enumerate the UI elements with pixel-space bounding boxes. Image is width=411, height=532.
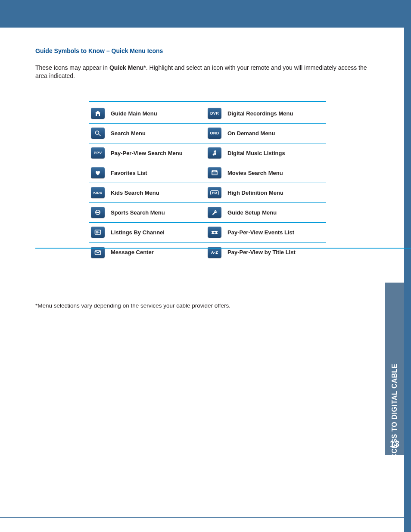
sports-icon	[91, 207, 105, 218]
icon-cell: Movies Search Menu	[208, 167, 324, 178]
icon-cell: KIDSKids Search Menu	[91, 187, 208, 198]
side-tab-text: YOUR ACCESS TO DIGITAL CABLE	[391, 364, 398, 487]
ticket-icon	[208, 227, 221, 238]
icon-label: Pay-Per-View by Title List	[227, 249, 296, 255]
icon-table: Guide Main MenuDVRDigital Recordings Men…	[89, 101, 326, 262]
side-tab-divider	[391, 489, 398, 490]
icon-label: High Definition Menu	[227, 190, 283, 196]
intro-text: These icons may appear in Quick Menu*. H…	[35, 64, 380, 81]
icon-label: Favorites List	[111, 170, 147, 176]
home-icon	[91, 108, 105, 119]
icon-cell: Digital Music Listings	[208, 147, 324, 159]
music-icon	[208, 147, 221, 159]
ond-icon: OND	[208, 128, 221, 139]
footnote: *Menu selections vary depending on the s…	[35, 302, 230, 309]
icon-cell: HDHigh Definition Menu	[208, 187, 324, 198]
icon-row: Guide Main MenuDVRDigital Recordings Men…	[89, 104, 326, 124]
search-icon	[91, 128, 105, 139]
icon-label: Pay-Per-View Search Menu	[111, 150, 183, 156]
icon-row: Message CenterA-ZPay-Per-View by Title L…	[89, 243, 326, 262]
icon-cell: Guide Main Menu	[91, 108, 208, 119]
table-top-rule	[89, 101, 326, 102]
icon-row: PPVPay-Per-View Search MenuDigital Music…	[89, 143, 326, 163]
icon-row: Search MenuONDOn Demand Menu	[89, 124, 326, 143]
svg-point-7	[215, 171, 216, 172]
icon-label: On Demand Menu	[227, 130, 275, 137]
svg-point-6	[214, 171, 215, 172]
icon-label: Listings By Channel	[111, 229, 165, 236]
svg-point-5	[213, 171, 214, 172]
icon-label: Guide Setup Menu	[227, 209, 277, 216]
top-band	[0, 0, 411, 28]
icon-cell: Favorites List	[91, 167, 208, 178]
page-number: 13	[385, 439, 404, 449]
icon-row: KIDSKids Search MenuHDHigh Definition Me…	[89, 183, 326, 203]
intro-bold: Quick Menu	[109, 64, 143, 71]
icon-label: Kids Search Menu	[111, 190, 159, 196]
table-bottom-rule	[35, 248, 411, 249]
icon-row: Favorites ListMovies Search Menu	[89, 163, 326, 183]
side-tab-label: YOUR ACCESS TO DIGITAL CABLE	[391, 354, 399, 500]
dvr-icon: DVR	[208, 108, 221, 119]
icon-cell: Sports Search Menu	[91, 207, 208, 218]
wrench-icon	[208, 207, 221, 218]
icon-cell: Guide Setup Menu	[208, 207, 324, 218]
icon-cell: DVRDigital Recordings Menu	[208, 108, 324, 119]
kids-icon: KIDS	[91, 187, 105, 198]
intro-before: These icons may appear in	[35, 64, 109, 71]
listings-icon	[91, 227, 105, 238]
icon-cell: Search Menu	[91, 128, 208, 139]
icon-label: Digital Music Listings	[227, 150, 285, 156]
hd-icon: HD	[208, 187, 221, 198]
right-strip	[404, 28, 411, 532]
side-tab: YOUR ACCESS TO DIGITAL CABLE 13	[385, 283, 404, 455]
bottom-rule	[0, 517, 404, 518]
icon-label: Digital Recordings Menu	[227, 110, 293, 117]
ppv-icon: PPV	[91, 147, 105, 159]
icon-label: Search Menu	[111, 130, 146, 137]
heart-icon	[91, 167, 105, 178]
icon-label: Movies Search Menu	[227, 170, 283, 176]
icon-row: Sports Search MenuGuide Setup Menu	[89, 203, 326, 223]
svg-line-1	[99, 134, 101, 136]
movies-icon	[208, 167, 221, 178]
section-heading: Guide Symbols to Know – Quick Menu Icons	[35, 47, 380, 54]
icon-row: Listings By ChannelPay-Per-View Events L…	[89, 223, 326, 243]
icon-cell: ONDOn Demand Menu	[208, 128, 324, 139]
icon-label: Message Center	[111, 249, 154, 255]
icon-label: Pay-Per-View Events List	[227, 229, 294, 236]
icon-label: Sports Search Menu	[111, 209, 165, 216]
icon-label: Guide Main Menu	[111, 110, 157, 117]
icon-cell: Pay-Per-View Events List	[208, 227, 324, 238]
icon-cell: PPVPay-Per-View Search Menu	[91, 147, 208, 159]
icon-cell: Listings By Channel	[91, 227, 208, 238]
